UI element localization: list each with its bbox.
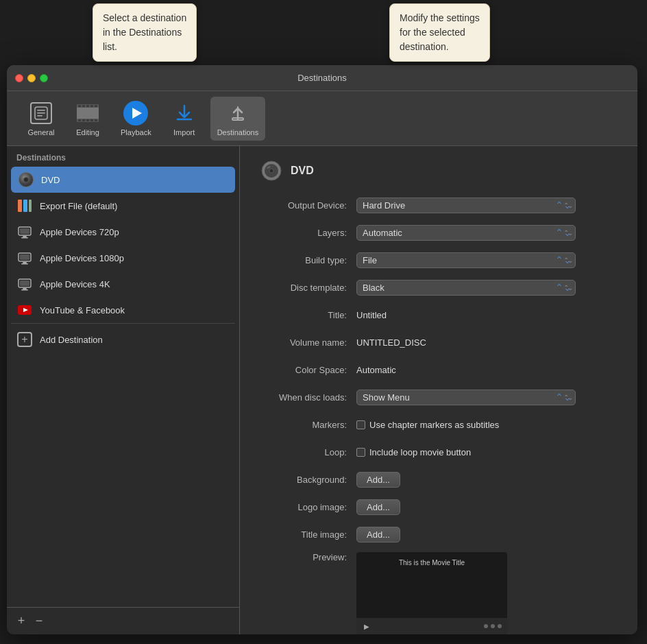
logo-image-label: Logo image: [260,502,356,512]
layers-select[interactable]: Automatic Single Layer Dual Layer [356,225,576,241]
when-disc-loads-select[interactable]: Show Menu Play Movie [356,390,576,405]
editing-icon [75,101,100,126]
svg-rect-27 [21,263,28,265]
import-icon [172,101,197,126]
apple-4k-icon [16,276,33,292]
sidebar-item-apple-4k[interactable]: Apple Devices 4K [7,271,239,297]
svg-rect-2 [37,112,45,114]
output-device-label: Output Device: [260,200,356,211]
svg-rect-28 [20,254,29,260]
svg-rect-24 [20,228,29,234]
svg-rect-26 [23,262,27,263]
sidebar: Destinations DVD [7,146,240,634]
callout-right: Modify the settings for the selected des… [389,3,490,62]
dvd-icon [18,171,34,188]
toolbar-general-label: General [27,128,54,136]
field-title-image: Title image: Add... [260,525,617,544]
background-add-button[interactable]: Add... [356,472,400,488]
sidebar-list: DVD Export File (default) [7,167,239,607]
svg-rect-8 [82,105,85,107]
add-destination-icon: + [16,331,33,348]
play-circle-icon [123,101,148,126]
field-disc-template: Disc template: Black White Custom ⌃⌄ [260,278,617,297]
field-output-device: Output Device: Hard Drive DVD Burner ⌃⌄ [260,195,617,215]
when-disc-loads-select-wrapper: Show Menu Play Movie ⌃⌄ [356,390,576,405]
field-loop: Loop: Include loop movie button [260,442,617,462]
title-label: Title: [260,310,356,320]
preview-dot-1 [484,624,488,628]
sidebar-1080p-label: Apple Devices 1080p [40,253,124,263]
svg-rect-14 [86,119,89,121]
svg-rect-1 [37,110,45,111]
callout-right-text: Modify the settings for the selected des… [389,3,490,62]
title-image-add-button[interactable]: Add... [356,527,400,542]
svg-rect-31 [21,289,28,291]
sidebar-item-dvd[interactable]: DVD [11,167,235,193]
layers-select-wrapper: Automatic Single Layer Dual Layer ⌃⌄ [356,225,576,241]
sidebar-item-apple-1080p[interactable]: Apple Devices 1080p [7,245,239,271]
toolbar-item-general[interactable]: General [21,97,62,141]
field-preview: Preview: This is the Movie Title ▶ [260,552,617,634]
sidebar-item-add[interactable]: + Add Destination [7,326,239,353]
add-destination-button[interactable]: + [14,614,29,629]
logo-image-add-button[interactable]: Add... [356,499,400,515]
when-disc-loads-label: When disc loads: [260,392,356,403]
window-title: Destinations [297,73,347,83]
main-window: Destinations General [7,65,637,634]
loop-checkbox[interactable] [356,448,365,457]
content-area: Destinations DVD [7,146,637,634]
traffic-lights [15,74,48,82]
preview-box: This is the Movie Title ▶ [356,552,507,634]
remove-destination-button[interactable]: − [32,614,47,629]
disc-template-select[interactable]: Black White Custom [356,280,576,296]
sidebar-720p-label: Apple Devices 720p [40,227,119,237]
toolbar: General [7,91,637,146]
maximize-button[interactable] [40,74,48,82]
svg-rect-32 [20,281,29,286]
sidebar-item-apple-720p[interactable]: Apple Devices 720p [7,219,239,245]
svg-rect-9 [86,105,89,107]
toolbar-item-destinations[interactable]: Destinations [210,97,266,141]
minimize-button[interactable] [27,74,36,82]
svg-rect-11 [95,105,97,107]
toolbar-item-import[interactable]: Import [164,97,205,141]
svg-rect-3 [37,115,42,117]
youtube-icon [16,302,33,318]
sidebar-item-youtube[interactable]: YouTube & Facebook [7,297,239,323]
markers-checkbox[interactable] [356,420,365,429]
preview-play-button[interactable]: ▶ [362,621,371,631]
svg-rect-15 [90,119,93,121]
field-markers: Markers: Use chapter markers as subtitle… [260,415,617,434]
close-button[interactable] [15,74,23,82]
svg-rect-22 [23,236,27,237]
color-space-value: Automatic [356,365,617,375]
preview-controls: ▶ [356,618,507,634]
playback-icon [123,101,148,126]
field-background: Background: Add... [260,470,617,489]
preview-dot-3 [498,624,502,628]
svg-rect-7 [78,105,81,107]
toolbar-playback-label: Playback [121,128,151,136]
general-icon [29,101,53,126]
svg-rect-10 [90,105,93,107]
sidebar-item-export-file[interactable]: Export File (default) [7,193,239,219]
title-image-label: Title image: [260,529,356,540]
add-icon-shape: + [17,332,32,347]
disc-template-label: Disc template: [260,283,356,293]
disc-template-select-wrapper: Black White Custom ⌃⌄ [356,280,576,296]
output-device-select-wrapper: Hard Drive DVD Burner ⌃⌄ [356,198,576,213]
sidebar-separator [11,323,235,324]
field-title: Title: Untitled [260,305,617,324]
preview-label: Preview: [260,552,356,562]
field-build-type: Build type: File Disc ⌃⌄ [260,250,617,270]
field-volume-name: Volume name: UNTITLED_DISC [260,333,617,352]
build-type-select[interactable]: File Disc [356,252,576,268]
color-space-label: Color Space: [260,365,356,375]
output-device-select[interactable]: Hard Drive DVD Burner [356,198,576,213]
svg-rect-18 [18,200,22,212]
toolbar-item-playback[interactable]: Playback [114,97,158,141]
toolbar-import-label: Import [173,128,195,136]
toolbar-item-editing[interactable]: Editing [67,97,108,141]
build-type-select-wrapper: File Disc ⌃⌄ [356,252,576,268]
svg-rect-19 [23,200,27,212]
